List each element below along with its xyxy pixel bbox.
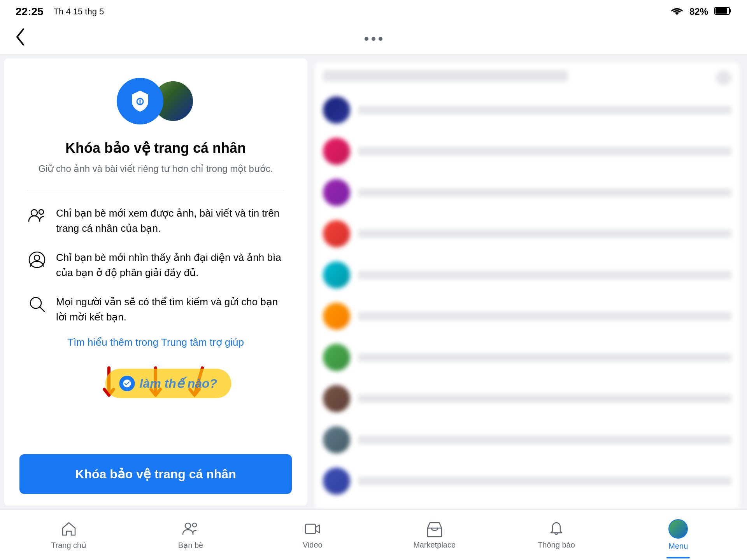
arrow-center <box>144 364 167 411</box>
nav-notifications[interactable]: Thông báo <box>495 516 617 553</box>
shield-circle <box>117 78 163 124</box>
svg-rect-2 <box>729 9 731 12</box>
svg-point-9 <box>34 255 40 261</box>
lock-profile-button[interactable]: Khóa bảo vệ trang cá nhân <box>19 454 292 494</box>
svg-point-8 <box>29 252 45 268</box>
icon-group <box>27 78 284 124</box>
bottom-nav: Trang chủ Bạn bè Video Marketplace <box>0 509 747 560</box>
modal-subtitle: Giữ cho ảnh và bài viết riêng tư hơn chỉ… <box>27 163 284 174</box>
arrow-right <box>187 364 210 411</box>
nav-active-indicator <box>666 557 690 558</box>
wifi-icon <box>671 6 683 18</box>
profile-icon <box>27 250 47 270</box>
svg-rect-14 <box>305 524 316 534</box>
friends-icon <box>27 206 47 225</box>
search-icon <box>27 294 47 314</box>
arrow-left <box>101 364 124 411</box>
cta-section: Khóa bảo vệ trang cá nhân <box>4 446 307 506</box>
nav-home[interactable]: Trang chủ <box>8 516 130 554</box>
nav-friends-label: Bạn bè <box>178 541 203 550</box>
divider <box>27 190 284 190</box>
nav-marketplace-label: Marketplace <box>413 541 456 550</box>
nav-marketplace[interactable]: Marketplace <box>374 516 495 553</box>
nav-menu[interactable]: Menu <box>617 515 739 555</box>
video-icon <box>304 520 321 537</box>
feature-list: Chỉ bạn bè mới xem được ảnh, bài viết và… <box>27 206 284 325</box>
bell-icon <box>548 520 565 537</box>
feature-item-2: Chỉ bạn bè mới nhìn thấy ảnh đại diện và… <box>27 250 284 280</box>
svg-point-12 <box>185 523 191 528</box>
feature-item-3: Mọi người vẫn sẽ có thể tìm kiếm và gửi … <box>27 294 284 325</box>
battery-percent: 82% <box>689 6 708 17</box>
status-time: 22:25 <box>16 5 44 18</box>
nav-notifications-label: Thông báo <box>538 541 575 550</box>
svg-point-5 <box>139 102 141 104</box>
status-right: 82% <box>671 6 731 18</box>
feature-text-2: Chỉ bạn bè mới nhìn thấy ảnh đại diện và… <box>56 250 284 280</box>
nav-video[interactable]: Video <box>252 516 374 553</box>
home-icon <box>60 520 77 537</box>
modal-title: Khóa bảo vệ trang cá nhân <box>27 140 284 156</box>
feature-item-1: Chỉ bạn bè mới xem được ảnh, bài viết và… <box>27 206 284 236</box>
feature-text-3: Mọi người vẫn sẽ có thể tìm kiếm và gửi … <box>56 294 284 325</box>
svg-rect-1 <box>715 8 727 14</box>
right-panel-blurred <box>315 62 739 509</box>
nav-menu-label: Menu <box>668 542 688 551</box>
friends-nav-icon <box>182 520 199 537</box>
status-bar: 22:25 Th 4 15 thg 5 82% <box>0 0 747 23</box>
svg-point-7 <box>39 210 44 214</box>
back-button[interactable] <box>12 24 29 53</box>
top-dots <box>365 37 382 41</box>
svg-point-6 <box>31 210 37 216</box>
svg-point-13 <box>193 523 196 527</box>
nav-home-label: Trang chủ <box>51 541 86 550</box>
menu-avatar <box>668 519 688 539</box>
nav-friends[interactable]: Bạn bè <box>130 516 251 554</box>
marketplace-icon <box>426 520 443 537</box>
svg-rect-15 <box>428 528 442 537</box>
battery-icon <box>714 6 731 17</box>
status-date: Th 4 15 thg 5 <box>54 7 104 17</box>
main-layout: Khóa bảo vệ trang cá nhân Giữ cho ảnh và… <box>0 54 747 509</box>
top-nav <box>0 23 747 54</box>
svg-line-11 <box>40 307 44 312</box>
feature-text-1: Chỉ bạn bè mới xem được ảnh, bài viết và… <box>56 206 284 236</box>
modal-panel: Khóa bảo vệ trang cá nhân Giữ cho ảnh và… <box>4 58 307 506</box>
learn-more-link[interactable]: Tìm hiểu thêm trong Trung tâm trợ giúp <box>27 336 284 348</box>
nav-video-label: Video <box>303 541 323 550</box>
